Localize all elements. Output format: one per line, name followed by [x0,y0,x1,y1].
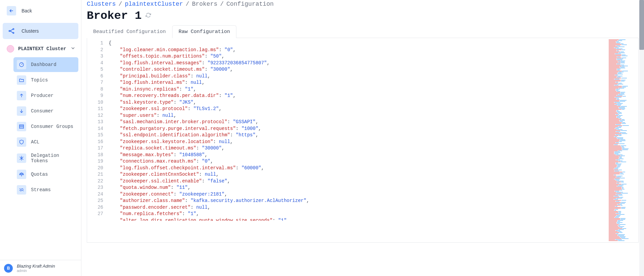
user-name: Blazing Kraft Admin [17,264,55,269]
list-icon [17,122,26,131]
gauge-icon [17,60,26,69]
user-role: admin [17,269,55,273]
svg-point-0 [9,30,10,31]
cluster-status-dot-icon [7,45,14,53]
page-title: Broker 1 [87,9,142,22]
line-gutter: 1234567891011121314151617181920212223242… [87,38,106,242]
folder-icon [17,75,26,85]
scale-icon [17,170,26,179]
sidebar-item-consumer-groups[interactable]: Consumer Groups [13,119,78,134]
breadcrumb-separator: / [118,1,122,7]
main-content: Clusters/plaintextCluster/Brokers/Config… [81,0,644,276]
tab-raw[interactable]: Raw Configuration [172,25,236,38]
breadcrumb-item[interactable]: plaintextCluster [125,1,183,7]
back-label: Back [22,8,32,13]
cluster-selector[interactable]: PLAINTEXT Cluster [3,42,78,56]
breadcrumb: Clusters/plaintextCluster/Brokers/Config… [87,0,639,7]
sidebar-item-label: Quotas [31,172,48,177]
sidebar-item-label: Consumer [31,108,53,114]
code-editor[interactable]: 1234567891011121314151617181920212223242… [87,38,639,243]
shield-icon [17,137,26,147]
breadcrumb-separator: / [220,1,224,7]
sidebar-footer[interactable]: B Blazing Kraft Admin admin [0,260,81,276]
breadcrumb-item: Configuration [226,1,273,7]
sidebar-item-producer[interactable]: Producer [13,88,78,103]
sidebar-item-acl[interactable]: ACL [13,135,78,149]
sidebar-item-dashboard[interactable]: Dashboard [13,57,78,72]
sidebar-item-consumer[interactable]: Consumer [13,104,78,118]
breadcrumb-item: Brokers [192,1,218,7]
refresh-icon[interactable] [146,12,151,19]
svg-rect-4 [20,125,24,129]
breadcrumb-item[interactable]: Clusters [87,1,116,7]
vertical-scrollbar[interactable] [639,0,644,276]
sidebar-item-label: ACL [31,139,39,145]
clusters-label: Clusters [22,28,39,34]
sidebar-item-label: Topics [31,77,48,83]
stream-icon [17,185,26,195]
sidebar-item-label: Delegation Tokens [31,153,75,164]
sidebar-item-label: Dashboard [31,62,56,67]
tab-beautified[interactable]: Beautified Configuration [87,25,172,38]
sidebar-item-delegation-tokens[interactable]: Delegation Tokens [13,150,78,166]
sidebar-item-quotas[interactable]: Quotas [13,167,78,182]
download-icon [17,106,26,116]
minimap[interactable] [608,38,638,242]
clusters-icon [7,26,16,36]
back-arrow-icon [7,6,16,15]
nav-list: DashboardTopicsProducerConsumerConsumer … [13,57,78,197]
tabs: Beautified ConfigurationRaw Configuratio… [87,25,639,38]
code-content[interactable]: { "log.cleaner.min.compaction.lag.ms": "… [106,38,608,242]
chevron-down-icon [70,45,76,52]
snowflake-icon [17,153,26,163]
svg-point-1 [13,29,14,30]
cluster-name: PLAINTEXT Cluster [18,46,66,51]
sidebar-item-label: Consumer Groups [31,124,73,129]
breadcrumb-separator: / [186,1,189,7]
sidebar-item-streams[interactable]: Streams [13,182,78,197]
scrollbar-thumb[interactable] [639,0,644,50]
sidebar-item-label: Streams [31,187,51,193]
sidebar-clusters-button[interactable]: Clusters [3,23,78,39]
back-button[interactable]: Back [3,3,78,19]
svg-point-2 [13,32,14,33]
upload-icon [17,91,26,100]
sidebar: Back Clusters PLAINTEXT Cluster Dashboar… [0,0,81,276]
sidebar-item-label: Producer [31,93,53,98]
sidebar-item-topics[interactable]: Topics [13,73,78,88]
avatar: B [4,264,13,273]
